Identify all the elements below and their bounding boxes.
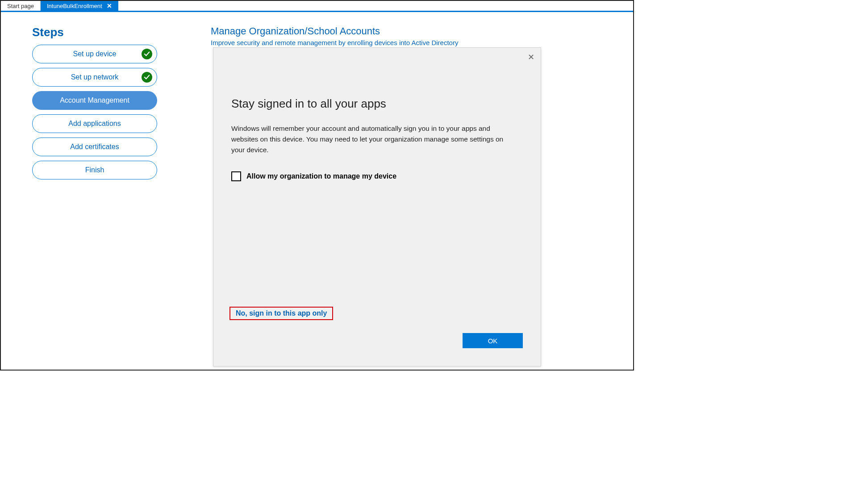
step-add-applications[interactable]: Add applications bbox=[32, 114, 157, 133]
close-icon[interactable]: ✕ bbox=[107, 2, 112, 9]
tab-start-label: Start page bbox=[7, 3, 34, 9]
steps-sidebar: Steps Set up device Set up network Accou… bbox=[32, 25, 157, 184]
step-label: Account Management bbox=[60, 96, 129, 104]
dialog-text: Windows will remember your account and a… bbox=[231, 123, 517, 155]
tab-intune-bulk-enrollment[interactable]: IntuneBulkEnrollment ✕ bbox=[41, 1, 118, 11]
step-label: Set up network bbox=[71, 73, 119, 81]
check-icon bbox=[142, 49, 152, 59]
close-icon[interactable]: ✕ bbox=[528, 53, 534, 61]
stay-signed-in-dialog: ✕ Stay signed in to all your apps Window… bbox=[213, 47, 541, 367]
step-add-certificates[interactable]: Add certificates bbox=[32, 137, 157, 156]
allow-manage-checkbox-row[interactable]: Allow my organization to manage my devic… bbox=[231, 171, 523, 181]
check-icon bbox=[142, 72, 152, 83]
highlight-annotation: No, sign in to this app only bbox=[229, 307, 333, 320]
tab-bar: Start page IntuneBulkEnrollment ✕ bbox=[1, 1, 633, 12]
step-set-up-device[interactable]: Set up device bbox=[32, 45, 157, 63]
step-account-management[interactable]: Account Management bbox=[32, 91, 157, 110]
checkbox-label: Allow my organization to manage my devic… bbox=[246, 172, 396, 180]
dialog-title: Stay signed in to all your apps bbox=[231, 97, 523, 111]
step-label: Add certificates bbox=[70, 143, 119, 151]
page-subtitle: Improve security and remote management b… bbox=[211, 39, 611, 46]
ok-button-label: OK bbox=[488, 337, 498, 345]
dialog-body: Stay signed in to all your apps Windows … bbox=[213, 48, 541, 181]
step-label: Finish bbox=[85, 166, 104, 174]
step-finish[interactable]: Finish bbox=[32, 161, 157, 179]
step-set-up-network[interactable]: Set up network bbox=[32, 68, 157, 87]
step-label: Set up device bbox=[73, 50, 117, 58]
step-label: Add applications bbox=[68, 120, 121, 128]
ok-button[interactable]: OK bbox=[463, 333, 523, 348]
checkbox-unchecked-icon[interactable] bbox=[231, 171, 241, 181]
tab-active-label: IntuneBulkEnrollment bbox=[47, 3, 102, 9]
sign-in-this-app-only-link[interactable]: No, sign in to this app only bbox=[236, 309, 327, 317]
page-title: Manage Organization/School Accounts bbox=[211, 25, 611, 37]
tab-start-page[interactable]: Start page bbox=[1, 1, 41, 11]
steps-title: Steps bbox=[32, 25, 157, 39]
